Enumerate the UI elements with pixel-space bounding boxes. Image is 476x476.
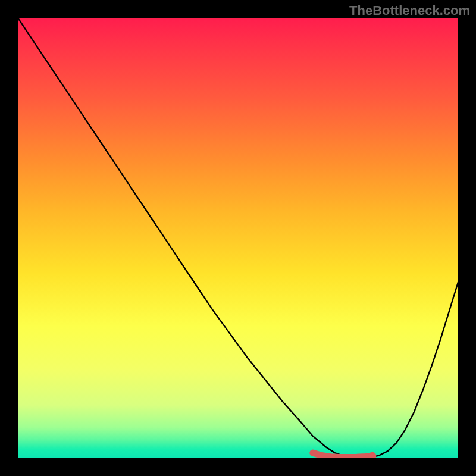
bottleneck-curve [18, 18, 458, 458]
optimal-segment [313, 453, 372, 457]
chart-container: TheBottleneck.com [0, 0, 476, 476]
chart-svg [18, 18, 458, 458]
watermark-text: TheBottleneck.com [349, 3, 470, 18]
plot-area [18, 18, 458, 458]
optimal-point [368, 452, 376, 458]
